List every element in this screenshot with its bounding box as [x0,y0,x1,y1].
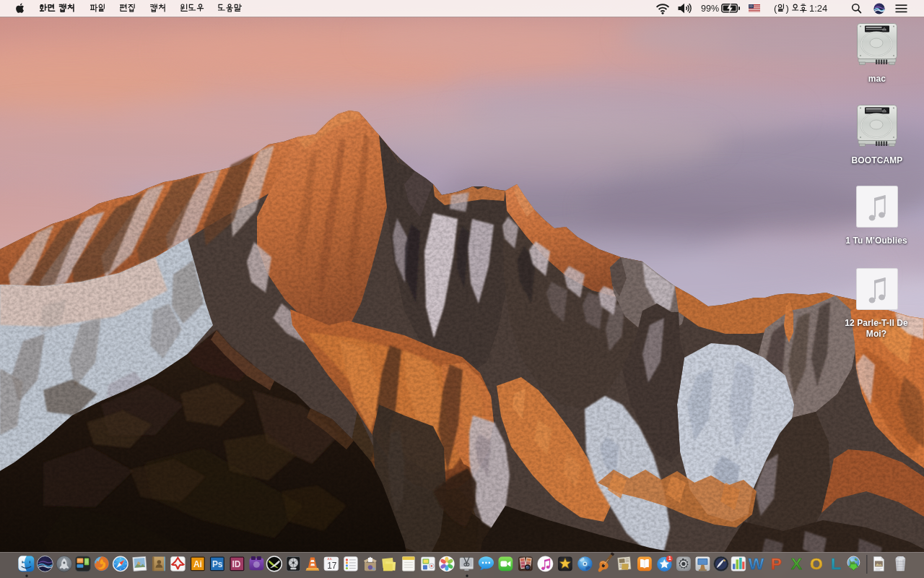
svg-text:(: ( [774,3,777,14]
svg-text:17: 17 [327,561,336,571]
svg-text:L: L [831,554,841,573]
svg-text:ID: ID [232,559,240,569]
svg-text:1:24: 1:24 [809,3,827,14]
svg-text:P: P [771,554,782,573]
svg-text:1: 1 [668,556,671,561]
svg-text:): ) [786,3,789,14]
svg-text:O: O [810,554,823,573]
svg-text:Ps: Ps [212,559,223,569]
svg-text:Ai: Ai [193,559,202,569]
svg-text:X: X [791,554,802,573]
svg-text:W: W [749,554,764,573]
